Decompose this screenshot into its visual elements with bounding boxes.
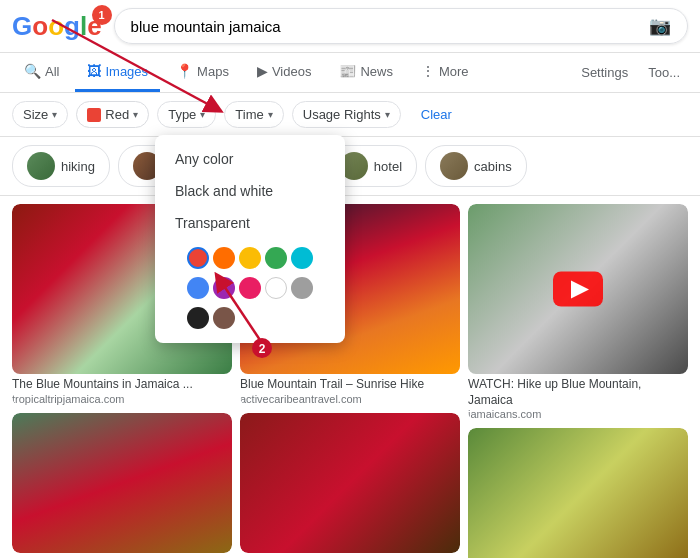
play-icon	[571, 280, 589, 298]
image-placeholder-6	[468, 428, 688, 558]
swatch-grid	[155, 239, 345, 335]
camera-icon[interactable]: 📷	[649, 15, 671, 37]
chevron-down-icon-5: ▾	[385, 109, 390, 120]
nav-tabs: 🔍 All 🖼 Images 📍 Maps ▶ Videos 📰 News ⋮ …	[0, 53, 700, 93]
tab-videos[interactable]: ▶ Videos	[245, 53, 324, 92]
news-icon: 📰	[339, 63, 356, 79]
tab-news[interactable]: 📰 News	[327, 53, 405, 92]
type-filter[interactable]: Type ▾	[157, 101, 216, 128]
tab-images[interactable]: 🖼 Images	[75, 53, 160, 92]
color-filter[interactable]: Red ▾	[76, 101, 149, 128]
chevron-down-icon-4: ▾	[268, 109, 273, 120]
size-filter[interactable]: Size ▾	[12, 101, 68, 128]
swatch-teal[interactable]	[291, 247, 313, 269]
settings-button[interactable]: Settings	[573, 55, 636, 90]
clear-button[interactable]: Clear	[413, 102, 460, 127]
tab-all[interactable]: 🔍 All	[12, 53, 71, 92]
swatch-brown[interactable]	[213, 307, 235, 329]
swatch-black[interactable]	[187, 307, 209, 329]
search-icon: 🔍	[24, 63, 41, 79]
image-card-5[interactable]	[240, 413, 460, 553]
filter-bar: Size ▾ Red ▾ Type ▾ Time ▾ Usage Rights …	[0, 93, 700, 137]
chevron-down-icon-2: ▾	[133, 109, 138, 120]
header: Google 1 📷	[0, 0, 700, 53]
annotation-badge-1: 1	[92, 5, 112, 25]
tab-more[interactable]: ⋮ More	[409, 53, 481, 92]
image-placeholder-5	[240, 413, 460, 553]
chips-bar: hiking break snow hotel cabins	[0, 137, 700, 196]
image-column-3: WATCH: Hike up Blue Mountain, Jamaica ja…	[468, 204, 688, 558]
image-source-3: jamaicans.com	[468, 408, 688, 420]
color-option-any[interactable]: Any color	[155, 143, 345, 175]
image-grid: The Blue Mountains in Jamaica ... tropic…	[0, 196, 700, 558]
swatch-yellow[interactable]	[239, 247, 261, 269]
google-logo: Google 1	[12, 11, 102, 42]
image-label-1: The Blue Mountains in Jamaica ...	[12, 377, 232, 393]
chip-cabins[interactable]: cabins	[425, 145, 527, 187]
chip-img-hiking	[27, 152, 55, 180]
swatch-blue[interactable]	[187, 277, 209, 299]
color-option-transparent[interactable]: Transparent	[155, 207, 345, 239]
maps-icon: 📍	[176, 63, 193, 79]
image-card-4[interactable]	[12, 413, 232, 553]
swatch-green[interactable]	[265, 247, 287, 269]
youtube-play-button	[553, 272, 603, 307]
search-input[interactable]	[131, 18, 641, 35]
swatch-purple[interactable]	[213, 277, 235, 299]
image-placeholder-4	[12, 413, 232, 553]
swatch-red[interactable]	[187, 247, 209, 269]
image-source-1: tropicaltripjamaica.com	[12, 393, 232, 405]
chevron-down-icon: ▾	[52, 109, 57, 120]
image-placeholder-3	[468, 204, 688, 374]
image-card-3[interactable]: WATCH: Hike up Blue Mountain, Jamaica ja…	[468, 204, 688, 420]
swatch-gray[interactable]	[291, 277, 313, 299]
videos-icon: ▶	[257, 63, 268, 79]
usage-rights-filter[interactable]: Usage Rights ▾	[292, 101, 401, 128]
color-option-bw[interactable]: Black and white	[155, 175, 345, 207]
search-bar: 📷	[114, 8, 688, 44]
tab-maps[interactable]: 📍 Maps	[164, 53, 241, 92]
image-label-3: WATCH: Hike up Blue Mountain, Jamaica	[468, 377, 688, 408]
images-icon: 🖼	[87, 63, 101, 79]
swatch-white[interactable]	[265, 277, 287, 299]
red-swatch	[87, 108, 101, 122]
time-filter[interactable]: Time ▾	[224, 101, 283, 128]
chevron-down-icon-3: ▾	[200, 109, 205, 120]
image-source-2: activecaribeantravel.com	[240, 393, 460, 405]
tools-button[interactable]: Too...	[640, 55, 688, 90]
chip-img-cabins	[440, 152, 468, 180]
swatch-magenta[interactable]	[239, 277, 261, 299]
swatch-orange[interactable]	[213, 247, 235, 269]
image-card-6[interactable]	[468, 428, 688, 558]
color-dropdown: Any color Black and white Transparent	[155, 135, 345, 343]
image-label-2: Blue Mountain Trail – Sunrise Hike	[240, 377, 460, 393]
chip-hiking[interactable]: hiking	[12, 145, 110, 187]
more-icon: ⋮	[421, 63, 435, 79]
